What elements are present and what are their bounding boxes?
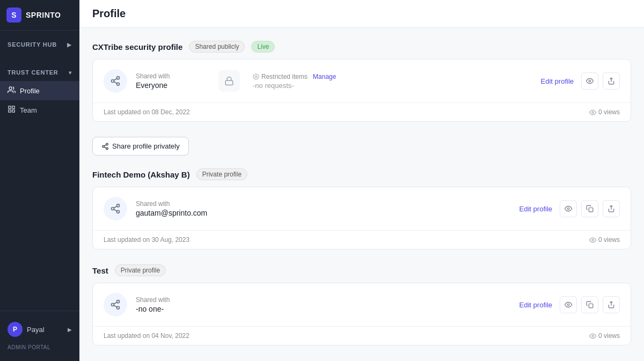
- cxtribe-shared-with-block: Shared with Everyone: [136, 72, 206, 90]
- fintech-share-icon: [110, 203, 121, 214]
- test-card-body: Shared with -no one- Edit profile: [93, 283, 631, 326]
- svg-point-37: [592, 335, 594, 336]
- cxtribe-profile-title: CXTribe security profile: [92, 42, 182, 51]
- cxtribe-restricted-value: -no requests-: [253, 82, 529, 90]
- fintech-copy-button[interactable]: [581, 200, 598, 217]
- svg-point-17: [106, 148, 108, 150]
- sidebar-item-team[interactable]: Team: [0, 100, 79, 120]
- test-profile-title: Test: [92, 266, 108, 275]
- svg-rect-35: [589, 304, 593, 308]
- sprinto-logo-text: SPRINTO: [26, 11, 61, 19]
- share-privately-icon: [101, 143, 109, 150]
- svg-point-20: [117, 204, 120, 207]
- test-private-badge: Private profile: [115, 264, 166, 276]
- security-hub-header[interactable]: SECURITY HUB ▶: [0, 36, 79, 53]
- cxtribe-manage-link[interactable]: Manage: [313, 73, 336, 80]
- test-eye-icon: [565, 301, 572, 308]
- cxtribe-live-badge: Live: [251, 41, 275, 53]
- cxtribe-card-footer: Last updated on 08 Dec, 2022 0 views: [93, 102, 631, 121]
- svg-line-9: [114, 78, 117, 80]
- fintech-eye-icon: [565, 205, 572, 212]
- cxtribe-shared-badge: Shared publicly: [189, 41, 245, 53]
- svg-line-18: [104, 146, 106, 148]
- page-title: Profile: [92, 8, 631, 20]
- trust-center-chevron-icon: ▾: [69, 70, 72, 76]
- fintech-shared-with-block: Shared with gautam@sprinto.com: [136, 200, 207, 217]
- lock-icon-block: [218, 70, 240, 92]
- fintech-views-count: 0 views: [589, 236, 620, 244]
- svg-rect-10: [225, 80, 233, 85]
- cxtribe-edit-profile-button[interactable]: Edit profile: [538, 75, 577, 87]
- fintech-profile-card: Shared with gautam@sprinto.com Edit prof…: [92, 187, 631, 249]
- svg-line-23: [114, 209, 117, 211]
- cxtribe-last-updated: Last updated on 08 Dec, 2022: [104, 108, 190, 116]
- test-eye-button[interactable]: [560, 296, 577, 313]
- fintech-card-body: Shared with gautam@sprinto.com Edit prof…: [93, 187, 631, 230]
- trust-center-label: TRUST CENTER: [8, 69, 58, 76]
- svg-point-28: [592, 239, 594, 240]
- team-nav-label: Team: [20, 106, 37, 114]
- svg-line-8: [114, 82, 117, 83]
- cxtribe-shared-with-value: Everyone: [136, 81, 206, 90]
- fintech-copy-icon: [586, 205, 594, 212]
- profile-nav-label: Profile: [20, 87, 40, 95]
- share-profile-privately-button[interactable]: Share profile privately: [92, 137, 189, 156]
- test-shared-with-label: Shared with: [136, 296, 206, 304]
- fintech-shared-with-value: gautam@sprinto.com: [136, 209, 207, 217]
- fintech-views-eye-icon: [589, 237, 596, 244]
- test-shared-with-block: Shared with -no one-: [136, 296, 206, 313]
- test-profile-card: Shared with -no one- Edit profile: [92, 283, 631, 345]
- eye-icon: [586, 77, 594, 85]
- team-nav-icon: [8, 105, 16, 115]
- fintech-share-icon-circle: [104, 197, 127, 220]
- svg-rect-3: [12, 110, 14, 112]
- fintech-share-out-icon: [608, 205, 615, 212]
- fintech-share-button[interactable]: [603, 200, 620, 217]
- trust-center-header[interactable]: TRUST CENTER ▾: [0, 64, 79, 81]
- cxtribe-eye-button[interactable]: [581, 72, 598, 90]
- svg-point-0: [9, 87, 12, 90]
- cxtribe-share-icon-circle: [104, 69, 127, 93]
- sidebar-user[interactable]: P Payal ▶: [0, 316, 79, 342]
- test-copy-button[interactable]: [581, 296, 598, 313]
- user-chevron-icon: ▶: [68, 327, 72, 333]
- cxtribe-share-icon: [110, 76, 121, 86]
- svg-line-33: [114, 302, 117, 304]
- test-views-count: 0 views: [589, 332, 620, 340]
- svg-point-5: [117, 77, 120, 79]
- svg-point-21: [112, 208, 114, 210]
- sidebar-logo: S SPRINTO: [0, 0, 79, 31]
- fintech-eye-button[interactable]: [560, 200, 577, 217]
- test-views-text: 0 views: [598, 332, 620, 340]
- user-name: Payal: [27, 326, 63, 334]
- share-icon: [608, 77, 615, 85]
- sidebar-item-profile[interactable]: Profile: [0, 81, 79, 100]
- test-profile-section: Test Private profile Shared with -no one…: [92, 264, 631, 345]
- fintech-profile-title: Fintech Demo (Akshay B): [92, 170, 190, 179]
- svg-line-24: [114, 206, 117, 208]
- fintech-shared-with-label: Shared with: [136, 200, 207, 208]
- cxtribe-views-count: 0 views: [589, 108, 620, 116]
- cxtribe-profile-section: CXTribe security profile Shared publicly…: [92, 41, 631, 122]
- fintech-edit-profile-button[interactable]: Edit profile: [516, 203, 555, 215]
- test-shared-with-value: -no one-: [136, 305, 206, 313]
- test-share-button[interactable]: [603, 296, 620, 313]
- cxtribe-share-button[interactable]: [603, 72, 620, 90]
- trust-center-section: TRUST CENTER ▾ Profile Team: [0, 58, 79, 125]
- svg-rect-4: [9, 110, 11, 112]
- test-views-eye-icon: [589, 333, 596, 340]
- test-section-header: Test Private profile: [92, 264, 631, 276]
- sidebar: S SPRINTO SECURITY HUB ▶ TRUST CENTER ▾ …: [0, 0, 79, 361]
- fintech-private-badge: Private profile: [196, 168, 247, 180]
- svg-point-16: [103, 145, 105, 148]
- security-hub-section: SECURITY HUB ▶: [0, 31, 79, 58]
- svg-point-34: [567, 304, 569, 306]
- cxtribe-views-text: 0 views: [598, 108, 620, 116]
- test-card-footer: Last updated on 04 Nov, 2022 0 views: [93, 326, 631, 345]
- main-content: Profile CXTribe security profile Shared …: [79, 0, 644, 361]
- svg-line-32: [114, 305, 117, 307]
- security-hub-label: SECURITY HUB: [8, 41, 57, 48]
- test-edit-profile-button[interactable]: Edit profile: [516, 299, 555, 311]
- sprinto-logo-icon: S: [6, 8, 21, 23]
- svg-point-6: [112, 80, 114, 83]
